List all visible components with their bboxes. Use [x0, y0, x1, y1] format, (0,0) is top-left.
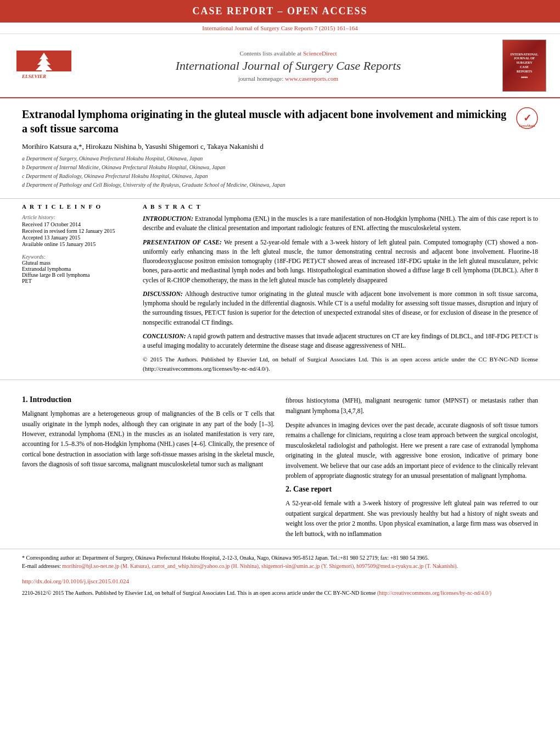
main-col-left: 1. Introduction Malignant lymphomas are …	[22, 395, 275, 543]
keyword-2: Extranodal lymphoma	[22, 266, 132, 272]
email-addresses: E-mail addresses: morihiro@hjl.so-net.ne…	[22, 562, 538, 570]
contents-label: Contents lists available at ScienceDirec…	[82, 50, 494, 57]
article-info-col: A R T I C L E I N F O Article history: R…	[22, 203, 132, 373]
abstract-label: A B S T R A C T	[143, 203, 538, 210]
svg-text:ELSEVIER: ELSEVIER	[21, 74, 46, 79]
keywords-label: Keywords:	[22, 254, 132, 260]
affiliation-c: c Department of Radiology, Okinawa Prefe…	[22, 172, 538, 181]
history-label: Article history:	[22, 214, 132, 220]
article-info-label: A R T I C L E I N F O	[22, 203, 132, 210]
abstract-discussion: DISCUSSION: Although destructive tumor o…	[143, 289, 538, 327]
homepage-url[interactable]: www.casereports.com	[285, 75, 338, 82]
homepage-label: journal homepage: www.casereports.com	[82, 75, 494, 82]
introduction-para1: Malignant lymphomas are a heterogeneous …	[22, 409, 275, 469]
case-report-banner: CASE REPORT – OPEN ACCESS	[0, 0, 560, 23]
intro-text: Extranodal lymphoma (ENL) in the muscles…	[143, 215, 538, 231]
journal-title: International Journal of Surgery Case Re…	[82, 59, 494, 73]
abstract-introduction: INTRODUCTION: Extranodal lymphoma (ENL) …	[143, 214, 538, 233]
article-info-abstract-cols: A R T I C L E I N F O Article history: R…	[0, 203, 560, 373]
case-report-para1: A 52-year-old female with a 3-week histo…	[285, 498, 538, 539]
revised-date: Received in revised form 12 January 2015	[22, 228, 132, 234]
keyword-1: Gluteal mass	[22, 260, 132, 266]
doi-link[interactable]: http://dx.doi.org/10.1016/j.ijscr.2015.0…	[22, 578, 129, 584]
abstract-copyright: © 2015 The Authors. Published by Elsevie…	[143, 355, 538, 373]
email-list: morihiro@hjl.so-net.ne.jp (M. Katsura), …	[62, 563, 458, 569]
crossmark-icon[interactable]: ✓ CrossMark	[516, 107, 538, 129]
received-date: Received 17 October 2014	[22, 221, 132, 227]
abstract-conclusion: CONCLUSION: A rapid growth pattern and d…	[143, 332, 538, 351]
sciencedirect-link[interactable]: ScienceDirect	[303, 50, 337, 57]
article-title-section: Extranodal lymphoma originating in the g…	[0, 98, 560, 194]
authors-line: Morihiro Katsura a,*, Hirokazu Nishina b…	[22, 142, 538, 151]
available-date: Available online 15 January 2015	[22, 241, 132, 247]
journal-cover-area: INTERNATIONALJOURNAL OFSURGERYCASEREPORT…	[500, 40, 549, 92]
journal-meta: International Journal of Surgery Case Re…	[0, 23, 560, 34]
journal-logo-area: ELSEVIER	[11, 51, 77, 81]
case-report-heading: 2. Case report	[285, 485, 538, 494]
article-history-group: Article history: Received 17 October 201…	[22, 214, 132, 247]
affiliation-a: a Department of Surgery, Okinawa Prefect…	[22, 154, 538, 163]
copyright-footer-text: 2210-2612/© 2015 The Authors. Published …	[22, 590, 376, 596]
discussion-label: DISCUSSION:	[143, 291, 183, 297]
intro-label: INTRODUCTION:	[143, 215, 193, 222]
keywords-section: Keywords: Gluteal mass Extranodal lympho…	[22, 254, 132, 284]
discussion-text: Although destructive tumor originating i…	[143, 291, 538, 326]
main-col-right: fibrous histiocytoma (MFH), malignant ne…	[285, 395, 538, 543]
email-label: E-mail addresses:	[22, 563, 61, 569]
abstract-presentation: PRESENTATION OF CASE: We present a 52-ye…	[143, 238, 538, 285]
affiliation-b: b Department of Internal Medicine, Okina…	[22, 163, 538, 172]
article-title-block: Extranodal lymphoma originating in the g…	[22, 107, 538, 136]
article-title-text: Extranodal lymphoma originating in the g…	[22, 107, 511, 136]
conclusion-text: A rapid growth pattern and destructive m…	[143, 333, 538, 349]
footnote-section: * Corresponding author at: Department of…	[0, 549, 560, 574]
intro-para3: Despite advances in imaging devices over…	[285, 420, 538, 481]
license-url[interactable]: (http://creativecommons.org/licenses/by-…	[377, 590, 491, 596]
accepted-date: Accepted 13 January 2015	[22, 235, 132, 241]
keyword-3: Diffuse large B cell lymphoma	[22, 272, 132, 278]
elsevier-logo-image: ELSEVIER	[16, 51, 71, 81]
doi-section: http://dx.doi.org/10.1016/j.ijscr.2015.0…	[0, 574, 560, 588]
journal-header: ELSEVIER Contents lists available at Sci…	[0, 34, 560, 98]
svg-rect-5	[42, 69, 46, 72]
affiliation-d: d Department of Pathology and Cell Biolo…	[22, 181, 538, 189]
main-content-cols: 1. Introduction Malignant lymphomas are …	[0, 387, 560, 543]
keyword-4: PET	[22, 278, 132, 284]
svg-text:✓: ✓	[523, 113, 531, 124]
abstract-col: A B S T R A C T INTRODUCTION: Extranodal…	[143, 203, 538, 373]
affiliations-block: a Department of Surgery, Okinawa Prefect…	[22, 154, 538, 189]
presentation-label: PRESENTATION OF CASE:	[143, 239, 222, 246]
intro-para2: fibrous histiocytoma (MFH), malignant ne…	[285, 395, 538, 416]
svg-text:CrossMark: CrossMark	[519, 124, 535, 127]
introduction-heading: 1. Introduction	[22, 395, 275, 404]
conclusion-label: CONCLUSION:	[143, 333, 186, 339]
journal-cover-image: INTERNATIONALJOURNAL OFSURGERYCASEREPORT…	[502, 40, 546, 92]
journal-info-center: Contents lists available at ScienceDirec…	[82, 50, 494, 82]
corresponding-author-note: * Corresponding author at: Department of…	[22, 554, 538, 562]
copyright-footer: 2210-2612/© 2015 The Authors. Published …	[0, 588, 560, 601]
